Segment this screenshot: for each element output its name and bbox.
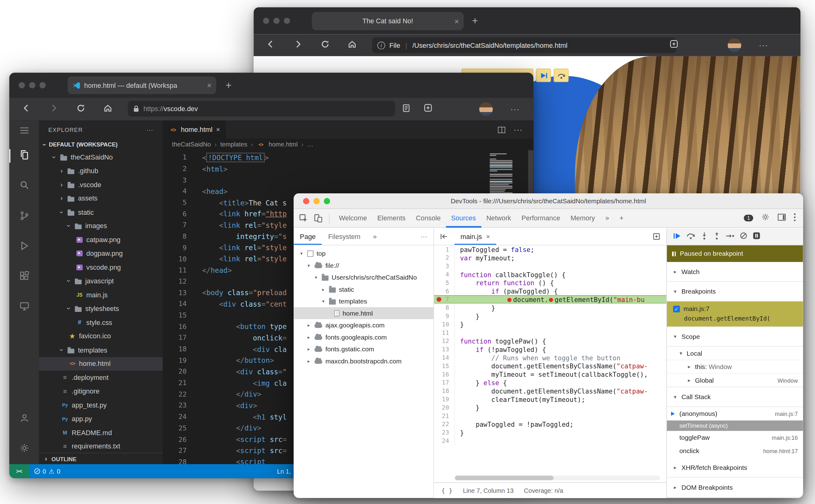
call-stack-frame[interactable]: togglePawmain.js:16 — [667, 431, 803, 444]
file-tab-main-js[interactable]: main.js × — [454, 228, 496, 245]
tree-item-assets[interactable]: ›assets — [39, 191, 163, 205]
reload-button[interactable] — [74, 104, 88, 115]
code-line[interactable]: 23} — [434, 428, 666, 437]
code-line[interactable]: 3 — [434, 262, 666, 270]
line-number[interactable]: 15 — [163, 311, 187, 319]
code-line[interactable]: 24 — [434, 437, 666, 445]
line-number[interactable]: 6 — [163, 210, 187, 218]
line-number[interactable]: 24 — [434, 437, 455, 445]
tree-item-vscode-png[interactable]: vscode.png — [39, 260, 163, 274]
code-line[interactable]: 10} — [434, 320, 666, 329]
line-number[interactable]: 23 — [434, 428, 455, 437]
breakpoint-icon[interactable] — [437, 297, 441, 302]
line-number[interactable]: 26 — [163, 435, 187, 443]
page-tree-item-static[interactable]: ▸static — [294, 283, 434, 295]
line-number[interactable]: 9 — [434, 312, 455, 320]
line-number[interactable]: 3 — [434, 262, 455, 270]
code-line[interactable]: 7 document.getElementById("main-bu — [434, 295, 666, 304]
code-line[interactable]: 6 if (pawToggled) { — [434, 287, 666, 295]
collapse-panel-icon[interactable] — [434, 228, 454, 245]
account-icon[interactable] — [19, 413, 29, 425]
code-line[interactable]: 2var myTimeout; — [434, 254, 666, 262]
line-number[interactable]: 25 — [163, 424, 187, 432]
tab-memory[interactable]: Memory — [565, 209, 600, 227]
line-number[interactable]: 9 — [163, 244, 187, 251]
workspace-section[interactable]: › DEFAULT (WORKSPACE) — [39, 139, 163, 150]
reader-icon[interactable] — [399, 104, 413, 114]
tree-item-app-py[interactable]: Pyapp.py — [39, 412, 163, 425]
close-icon[interactable]: × — [207, 81, 212, 89]
tree-item--vscode[interactable]: ›.vscode — [39, 178, 163, 191]
menu-icon[interactable] — [20, 127, 29, 136]
explorer-icon[interactable] — [19, 150, 29, 162]
run-debug-icon[interactable] — [19, 241, 29, 253]
scope-local[interactable]: ▾ Local — [667, 347, 803, 360]
line-number[interactable]: 15 — [434, 362, 455, 370]
line-number[interactable]: 2 — [434, 254, 455, 262]
page-tree-item-home-html[interactable]: home.html — [294, 307, 434, 319]
code-line[interactable]: 14 // Runs when we toggle the button — [434, 353, 666, 362]
page-tree-item-ajax-googleapis-com[interactable]: ▸ajax.googleapis.com — [294, 319, 434, 331]
step-over-icon[interactable] — [686, 232, 696, 241]
line-number[interactable]: 8 — [434, 304, 455, 312]
problems-status[interactable]: 0 ⚠ 0 — [34, 467, 61, 475]
line-number[interactable]: 7 — [163, 221, 187, 229]
page-tree-item-fonts-googleapis-com[interactable]: ▸fonts.googleapis.com — [294, 331, 434, 343]
tree-item-app-test-py[interactable]: Pyapp_test.py — [39, 398, 163, 412]
step-out-icon[interactable] — [713, 232, 720, 241]
close-icon[interactable]: × — [486, 232, 490, 240]
search-icon[interactable] — [19, 180, 29, 192]
scope-global[interactable]: ▸ Global Window — [667, 374, 803, 387]
line-number[interactable]: 1 — [434, 245, 455, 254]
line-number[interactable]: 8 — [163, 232, 187, 240]
bookmark-add-icon[interactable] — [667, 39, 681, 51]
editor-more-icon[interactable]: ··· — [514, 125, 523, 134]
add-panel-icon[interactable]: + — [614, 209, 628, 227]
more-menu-icon[interactable]: ··· — [508, 105, 522, 113]
page-tree-item-templates[interactable]: ▾templates — [294, 295, 434, 307]
tab-console[interactable]: Console — [411, 209, 446, 227]
info-icon[interactable]: i — [377, 41, 385, 49]
page-tree-item-fonts-gstatic-com[interactable]: ▸fonts.gstatic.com — [294, 343, 434, 355]
line-number[interactable]: 16 — [163, 322, 187, 330]
tree-item-favicon-ico[interactable]: ★favicon.ico — [39, 329, 163, 343]
home-button[interactable] — [345, 40, 359, 51]
page-tree-item-top[interactable]: ▾top — [294, 247, 434, 259]
safari-tab[interactable]: The Cat said No! × — [312, 12, 464, 30]
section-breakpoints[interactable]: ▾ Breakpoints — [667, 282, 803, 302]
section-dom-breakpoints[interactable]: ▸ DOM Breakpoints — [667, 478, 803, 497]
tab-page[interactable]: Page — [294, 228, 322, 245]
profile-avatar[interactable] — [479, 102, 493, 116]
line-number[interactable]: 20 — [163, 368, 187, 376]
line-number[interactable]: 5 — [163, 199, 187, 206]
line-number[interactable]: 13 — [434, 345, 455, 353]
pause-on-exceptions-icon[interactable] — [753, 232, 760, 241]
tree-item--deployment[interactable]: ≡.deployment — [39, 371, 163, 384]
line-number[interactable]: 22 — [434, 420, 455, 428]
code-line[interactable]: 20 } — [434, 403, 666, 412]
line-number[interactable]: 4 — [434, 270, 455, 279]
tab-elements[interactable]: Elements — [372, 209, 411, 227]
page-tree-item-maxcdn-bootstrapcdn-com[interactable]: ▸maxcdn.bootstrapcdn.com — [294, 355, 434, 367]
tab-network[interactable]: Network — [481, 209, 516, 227]
profile-avatar[interactable] — [728, 38, 741, 52]
device-toolbar-icon[interactable] — [313, 214, 323, 223]
line-number[interactable]: 4 — [163, 187, 187, 195]
source-code-viewer[interactable]: 1pawToggled = false;2var myTimeout;34fun… — [434, 245, 666, 483]
line-number[interactable]: 22 — [163, 390, 187, 398]
remote-indicator[interactable]: >< — [9, 464, 29, 478]
tree-item-main-js[interactable]: JSmain.js — [39, 288, 163, 302]
back-button[interactable] — [264, 40, 278, 50]
code-line[interactable]: 5 return function () { — [434, 279, 666, 287]
line-number[interactable]: 1 — [163, 154, 187, 161]
code-line[interactable]: 9 } — [434, 312, 666, 320]
scope-this[interactable]: ▸ this: Window — [667, 360, 803, 374]
call-stack-frame[interactable]: onclickhome.html:17 — [667, 444, 803, 458]
home-button[interactable] — [101, 104, 115, 115]
code-line[interactable]: 17 } else { — [434, 378, 666, 387]
split-editor-icon[interactable] — [498, 127, 505, 133]
tree-item-thecatsaidno[interactable]: ›theCatSaidNo — [39, 150, 163, 164]
breadcrumb-item[interactable]: … — [307, 141, 313, 148]
line-number[interactable]: 5 — [434, 279, 455, 287]
section-call-stack[interactable]: ▾ Call Stack — [667, 387, 803, 407]
